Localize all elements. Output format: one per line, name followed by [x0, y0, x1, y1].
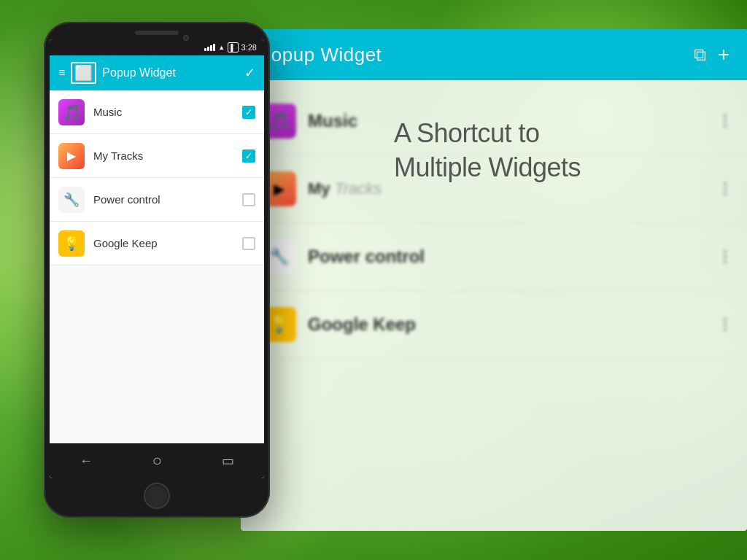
- signal-bar-3: [210, 45, 212, 51]
- keep-app-icon: 💡: [58, 230, 85, 257]
- tagline: A Shortcut to Multiple Widgets: [394, 117, 732, 185]
- phone-screen: ▲ ▌ 3:28 ≡ ⬜ Popup Widget ✓ 🎵 Music ▶ My…: [50, 39, 264, 478]
- tagline-line1: A Shortcut to: [394, 117, 732, 151]
- app-header-title: Popup Widget: [102, 66, 239, 79]
- phone-nav: ← ○ ▭: [50, 443, 264, 478]
- signal-bar-4: [213, 44, 215, 51]
- phone-device: ▲ ▌ 3:28 ≡ ⬜ Popup Widget ✓ 🎵 Music ▶ My…: [44, 22, 270, 518]
- battery-indicator: ▌: [228, 42, 238, 52]
- list-item-left: 💡 Google Keep: [261, 307, 416, 342]
- list-item-menu: [724, 318, 727, 331]
- list-item-left: 🎵 Music: [261, 104, 357, 139]
- widget-item-keep[interactable]: 💡 Google Keep: [50, 222, 264, 265]
- list-item-left: 🔧 Power control: [261, 239, 425, 274]
- confirm-icon[interactable]: ✓: [244, 65, 255, 81]
- copy-icon: ⧉: [694, 44, 706, 65]
- power-checkbox[interactable]: [242, 193, 255, 206]
- status-time: 3:28: [241, 43, 257, 52]
- phone-home-button[interactable]: [144, 483, 170, 509]
- menu-icon[interactable]: ≡: [58, 66, 65, 79]
- bg-panel-title: Popup Widget: [258, 44, 682, 66]
- widget-item-name-power: Power control: [93, 193, 233, 206]
- list-item: 🔧 Power control: [241, 223, 747, 291]
- bg-item-name-music: Music: [308, 111, 357, 131]
- widget-list: 🎵 Music ▶ My Tracks 🔧 Power control 💡 Go…: [50, 90, 264, 443]
- music-checkbox[interactable]: [242, 106, 255, 119]
- widget-item-name-music: Music: [93, 106, 233, 118]
- status-icons: ▲ ▌ 3:28: [204, 42, 257, 52]
- power-app-icon: 🔧: [58, 187, 85, 213]
- app-icon: ⬜: [71, 62, 96, 84]
- recent-button[interactable]: ▭: [222, 453, 234, 469]
- tagline-line2: Multiple Widgets: [394, 151, 732, 185]
- music-app-icon: 🎵: [58, 99, 85, 125]
- bg-panel-header: Popup Widget ⧉ +: [241, 29, 747, 80]
- status-bar: ▲ ▌ 3:28: [50, 39, 264, 55]
- widget-item-name-keep: Google Keep: [93, 237, 233, 249]
- add-icon: +: [718, 43, 729, 66]
- phone-speaker: [135, 31, 179, 35]
- tracks-checkbox[interactable]: [242, 149, 255, 163]
- widget-item-my-tracks[interactable]: ▶ My Tracks: [50, 134, 264, 178]
- widget-item-power[interactable]: 🔧 Power control: [50, 178, 264, 222]
- keep-checkbox[interactable]: [242, 237, 255, 250]
- list-item-left: ▶ My Tracks: [261, 171, 382, 206]
- wifi-icon: ▲: [218, 44, 225, 51]
- list-item: 💡 Google Keep: [241, 291, 747, 359]
- widget-item-name-tracks: My Tracks: [93, 149, 233, 162]
- phone-camera: [183, 35, 189, 41]
- bg-item-name-keep: Google Keep: [308, 314, 416, 335]
- app-header: ≡ ⬜ Popup Widget ✓: [50, 55, 264, 90]
- bg-item-name-tracks: My Tracks: [308, 179, 382, 198]
- list-item-menu: [724, 250, 727, 263]
- bg-item-name-power: Power control: [308, 246, 425, 267]
- widget-item-music[interactable]: 🎵 Music: [50, 90, 264, 134]
- signal-bar-1: [204, 48, 206, 51]
- signal-bar-2: [207, 47, 209, 51]
- bg-panel: Popup Widget ⧉ + 🎵 Music ▶ My Tracks: [241, 29, 747, 531]
- home-button[interactable]: ○: [152, 451, 162, 470]
- tracks-app-icon: ▶: [58, 143, 85, 169]
- back-button[interactable]: ←: [80, 454, 93, 469]
- signal-bars: [204, 44, 215, 51]
